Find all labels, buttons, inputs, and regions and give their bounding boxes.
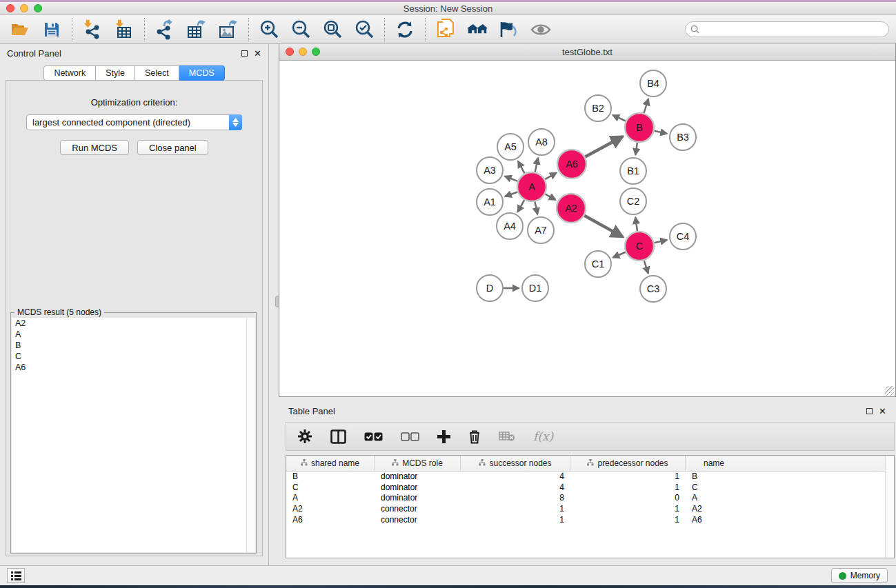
table-row[interactable]: A2connector11A2 <box>286 504 894 515</box>
table-row[interactable]: Cdominator41C <box>286 483 894 494</box>
table-cell[interactable]: connector <box>375 515 461 526</box>
graph-edge[interactable] <box>585 136 622 156</box>
table-cell[interactable]: 1 <box>461 504 570 515</box>
import-table-icon[interactable] <box>114 19 135 40</box>
mcds-result-item[interactable]: A <box>12 329 246 340</box>
graph-node-A[interactable]: A <box>517 172 546 201</box>
table-cell[interactable]: dominator <box>375 483 461 494</box>
column-header[interactable]: successor nodes <box>461 456 570 471</box>
graph-node-A8[interactable]: A8 <box>528 129 555 155</box>
graph-node-B3[interactable]: B3 <box>670 124 696 150</box>
table-cell[interactable]: B <box>286 472 375 483</box>
graph-edge[interactable] <box>505 176 518 181</box>
import-network-icon[interactable] <box>82 19 103 40</box>
graph-edge[interactable] <box>535 202 537 214</box>
float-panel-icon[interactable] <box>241 50 248 57</box>
graph-node-A7[interactable]: A7 <box>528 217 554 243</box>
table-cell[interactable]: C <box>686 483 742 494</box>
tab-mcds[interactable]: MCDS <box>179 65 225 81</box>
open-session-icon[interactable] <box>10 19 30 40</box>
home-overview-icon[interactable] <box>467 19 488 40</box>
column-header[interactable]: predecessor nodes <box>570 456 686 471</box>
export-network-icon[interactable] <box>155 19 175 40</box>
mcds-result-list[interactable]: A2ABCA6 <box>12 318 246 552</box>
graph-edge[interactable] <box>535 158 538 172</box>
mcds-result-item[interactable]: B <box>12 340 246 351</box>
table-scrollbar[interactable] <box>885 456 894 558</box>
zoom-fit-icon[interactable] <box>322 19 343 40</box>
graph-node-A1[interactable]: A1 <box>477 189 503 215</box>
refresh-icon[interactable] <box>395 19 415 40</box>
zoom-in-icon[interactable] <box>259 19 279 40</box>
table-cell[interactable]: connector <box>375 504 461 515</box>
hide-panel-icon[interactable] <box>499 19 519 40</box>
graph-edge[interactable] <box>644 261 648 274</box>
table-cell[interactable]: A6 <box>686 515 742 526</box>
graph-node-A5[interactable]: A5 <box>497 134 524 160</box>
graph-edge[interactable] <box>613 115 626 121</box>
table-cell[interactable]: A6 <box>286 515 375 526</box>
graph-edge[interactable] <box>545 173 557 180</box>
graph-edge[interactable] <box>505 192 517 196</box>
gear-icon[interactable] <box>297 426 312 447</box>
graph-edge[interactable] <box>635 143 637 155</box>
graph-edge[interactable] <box>644 99 648 113</box>
search-input[interactable] <box>702 23 888 36</box>
search-field[interactable] <box>685 21 889 37</box>
column-header[interactable]: shared name <box>286 456 375 471</box>
tab-select[interactable]: Select <box>135 65 179 81</box>
table-cell[interactable]: 4 <box>461 483 570 494</box>
delete-table-icon[interactable] <box>499 426 515 447</box>
graph-edge[interactable] <box>635 217 637 231</box>
criterion-select[interactable]: largest connected component (directed) <box>26 114 242 130</box>
graph-edge[interactable] <box>654 131 667 134</box>
table-cell[interactable]: 1 <box>570 483 686 494</box>
function-builder-icon[interactable]: f(x) <box>533 426 553 447</box>
tab-network[interactable]: Network <box>43 65 96 81</box>
export-table-icon[interactable] <box>186 19 207 40</box>
graph-node-C2[interactable]: C2 <box>620 188 646 214</box>
graph-edge[interactable] <box>654 240 667 243</box>
close-table-panel-icon[interactable]: ✕ <box>879 408 886 414</box>
table-cell[interactable]: 1 <box>570 504 686 515</box>
save-session-icon[interactable] <box>41 19 62 40</box>
table-cell[interactable]: dominator <box>375 493 461 504</box>
graph-node-D[interactable]: D <box>477 275 503 301</box>
float-table-panel-icon[interactable] <box>866 408 873 414</box>
graph-node-B[interactable]: B <box>625 113 654 142</box>
table-row[interactable]: Adominator80A <box>286 493 894 504</box>
run-mcds-button[interactable]: Run MCDS <box>60 140 129 155</box>
graph-edge[interactable] <box>613 252 626 258</box>
mcds-result-item[interactable]: A2 <box>12 318 246 329</box>
table-cell[interactable]: 4 <box>461 472 570 483</box>
table-cell[interactable]: C <box>286 483 375 494</box>
graph-edge[interactable] <box>518 200 525 212</box>
graph-node-A4[interactable]: A4 <box>497 213 523 239</box>
result-list-scrollbar[interactable] <box>246 318 255 552</box>
show-panel-icon[interactable] <box>530 19 551 40</box>
graph-node-B2[interactable]: B2 <box>585 95 611 121</box>
mcds-result-item[interactable]: A6 <box>12 362 246 373</box>
zoom-selected-icon[interactable] <box>354 19 375 40</box>
graph-node-C3[interactable]: C3 <box>640 276 666 302</box>
table-cell[interactable]: 0 <box>570 493 686 504</box>
mcds-result-item[interactable]: C <box>12 351 246 362</box>
zoom-out-icon[interactable] <box>290 19 311 40</box>
tab-style[interactable]: Style <box>96 65 135 81</box>
graph-node-D1[interactable]: D1 <box>522 275 548 301</box>
table-cell[interactable]: 1 <box>461 515 570 526</box>
table-cell[interactable]: dominator <box>375 472 461 483</box>
deselect-all-icon[interactable] <box>401 426 419 447</box>
table-row[interactable]: Bdominator41B <box>286 472 894 483</box>
graph-node-A3[interactable]: A3 <box>477 157 503 183</box>
close-panel-icon[interactable]: ✕ <box>254 50 261 57</box>
select-all-icon[interactable] <box>364 426 383 447</box>
export-image-icon[interactable] <box>218 19 239 40</box>
column-header[interactable]: MCDS role <box>375 456 461 471</box>
column-view-icon[interactable] <box>330 426 346 447</box>
graph-edge[interactable] <box>545 194 555 200</box>
add-column-icon[interactable] <box>437 426 450 447</box>
graph-node-A6[interactable]: A6 <box>557 150 586 179</box>
table-cell[interactable]: A2 <box>686 504 742 515</box>
close-panel-button[interactable]: Close panel <box>137 140 208 155</box>
